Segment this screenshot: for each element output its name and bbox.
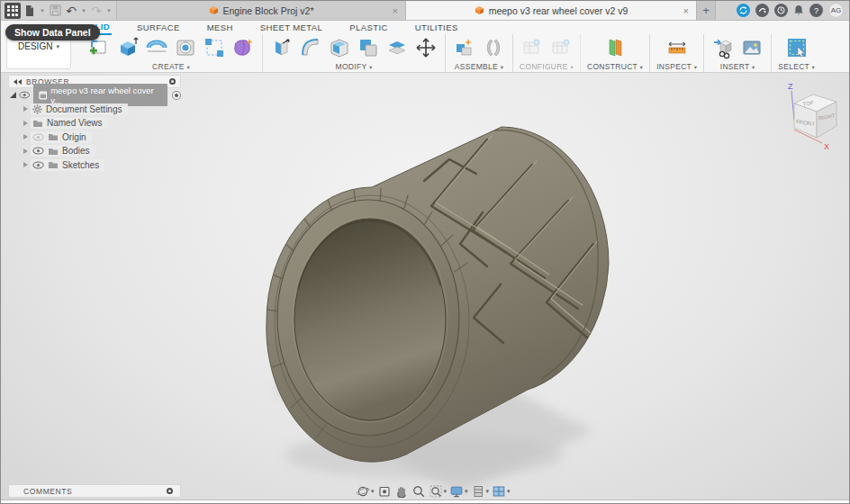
item-label: Sketches [62,160,99,170]
redo-caret[interactable]: ▾ [105,7,113,14]
tab-utilities[interactable]: UTILITIES [413,22,460,34]
form-icon [231,36,255,59]
extrude-button[interactable] [115,35,140,60]
undo-caret[interactable]: ▾ [80,7,87,14]
browser-item-origin[interactable]: Origin [21,130,181,145]
viewports-button[interactable]: ▾ [492,484,511,499]
extensions-icon[interactable] [737,4,750,17]
redo-button[interactable]: ↷ [89,2,104,20]
save-button[interactable] [48,2,62,20]
pan-hand-icon [394,484,409,499]
revolve-button[interactable] [144,35,169,60]
collapsed-arrow-icon[interactable] [23,162,28,167]
chevron-down-icon: ▾ [640,64,644,70]
configuration-table-button[interactable] [548,35,574,60]
file-menu-button[interactable] [23,2,37,20]
model-viewport[interactable]: BROWSER meepo v3 rear wheel cover v... D… [1,73,850,500]
collapsed-arrow-icon[interactable] [23,106,28,112]
folder-icon [32,119,43,128]
create-form-button[interactable] [231,35,256,60]
collapsed-arrow-icon[interactable] [23,134,28,140]
browser-item-named-views[interactable]: Named Views [21,116,181,130]
close-tab-icon[interactable]: × [393,5,398,16]
group-label-create[interactable]: CREATE ▾ [152,62,190,71]
undo-button[interactable]: ↶ [64,2,78,20]
chevron-down-icon[interactable]: ▾ [444,488,448,495]
measure-button[interactable] [665,35,690,60]
insert-derive-button[interactable] [710,35,736,60]
split-body-button[interactable] [384,35,410,60]
group-label-select[interactable]: SELECT ▾ [778,62,815,71]
notifications-bell-icon[interactable] [793,4,804,16]
document-tab-engine-block[interactable]: Engine Block Proj v2* × [116,1,406,20]
fillet-button[interactable] [298,35,323,60]
shell-icon [328,36,351,59]
display-settings-button[interactable]: ▾ [449,484,468,499]
construct-plane-button[interactable] [602,35,628,60]
tab-mesh[interactable]: MESH [205,22,235,34]
group-label-insert[interactable]: INSERT ▾ [720,62,755,71]
chevron-down-icon[interactable]: ▾ [507,488,511,495]
canvas-image-button[interactable] [739,35,764,60]
look-at-button[interactable] [377,484,392,499]
orbit-button[interactable]: ▾ [356,484,375,499]
group-label-inspect[interactable]: INSPECT ▾ [656,62,697,71]
chevron-down-icon[interactable]: ▾ [465,488,468,495]
browser-root-item[interactable]: meepo v3 rear wheel cover v... [8,88,181,103]
tab-plastic[interactable]: PLASTIC [348,22,389,34]
chevron-down-icon[interactable]: ▾ [371,488,375,495]
view-cube[interactable]: Z TOP FRONT RIGHT X [770,78,847,154]
group-label-modify[interactable]: MODIFY ▾ [336,62,373,71]
browser-item-sketches[interactable]: Sketches [21,158,181,173]
comments-settings-icon[interactable] [167,488,173,494]
workspace-label: DESIGN [18,41,52,68]
group-label-configure[interactable]: CONFIGURE ▾ [520,62,574,71]
move-button[interactable] [413,35,439,60]
configure-button[interactable] [520,35,545,60]
job-status-icon[interactable] [755,4,769,17]
tab-surface[interactable]: SURFACE [135,22,182,34]
collapsed-arrow-icon[interactable] [23,121,28,126]
group-assemble: ASSEMBLE ▾ [446,34,513,72]
history-clock-icon[interactable] [774,4,788,17]
zoom-button[interactable] [411,484,426,499]
canvas-image-icon [740,36,764,59]
file-menu-caret[interactable]: ▾ [39,7,46,14]
browser-settings-icon[interactable] [169,78,176,85]
help-icon[interactable]: ? [809,4,823,17]
pattern-button[interactable] [202,35,227,60]
chevron-down-icon: ▾ [752,64,755,70]
tab-sheet-metal[interactable]: SHEET METAL [258,22,325,34]
visibility-eye-icon[interactable] [32,147,44,155]
visibility-eye-icon[interactable] [32,161,44,169]
expanded-arrow-icon[interactable] [10,92,16,98]
collapsed-arrow-icon[interactable] [23,148,28,154]
group-label-construct[interactable]: CONSTRUCT ▾ [587,62,643,71]
fit-button[interactable]: ▾ [429,484,448,499]
close-tab-icon[interactable]: × [683,5,689,16]
pattern-icon [203,36,226,59]
tab-bar: ▾ ↶ ▾ ↷ ▾ Engine Block Proj v2* × meepo … [1,1,850,21]
visibility-off-eye-icon[interactable] [32,133,44,141]
browser-item-bodies[interactable]: Bodies [21,144,181,158]
collapse-panel-icon[interactable] [14,79,22,85]
select-button[interactable] [784,35,809,60]
group-label-assemble[interactable]: ASSEMBLE ▾ [455,62,503,71]
new-tab-button[interactable]: + [696,1,716,20]
combine-button[interactable] [356,35,381,60]
pan-button[interactable] [394,484,409,499]
press-pull-button[interactable] [269,35,294,60]
shell-button[interactable] [327,35,352,60]
account-avatar[interactable]: AG [828,3,844,18]
app-grid-button[interactable] [5,3,21,19]
folder-icon [48,147,59,156]
comments-panel[interactable]: COMMENTS [8,484,181,498]
document-tab-meepo-wheel-cover[interactable]: meepo v3 rear wheel cover v2 v9 × [406,1,696,20]
chevron-down-icon[interactable]: ▾ [486,488,490,495]
hole-button[interactable] [173,35,198,60]
activate-component-radio[interactable] [172,91,181,100]
visibility-eye-icon[interactable] [19,91,31,99]
grid-snaps-button[interactable]: ▾ [471,484,490,499]
new-component-button[interactable] [452,35,477,60]
joint-button[interactable] [481,35,506,60]
